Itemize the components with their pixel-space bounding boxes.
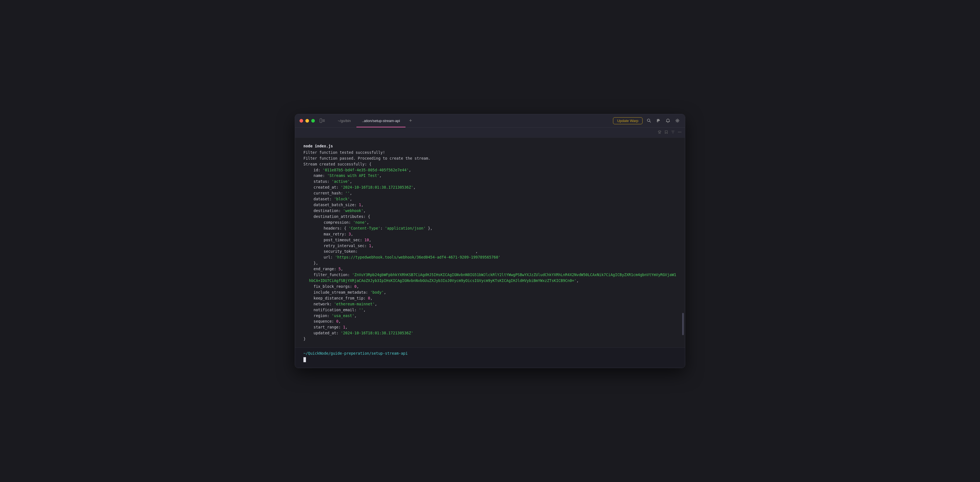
svg-point-8 — [677, 120, 678, 122]
bookmark-icon[interactable] — [664, 130, 668, 135]
output-filter-function: filter_function: 'ZnVuY3Rpb24gbWFpbhkYXR… — [304, 272, 676, 284]
svg-point-11 — [681, 132, 681, 132]
svg-rect-2 — [322, 121, 325, 121]
update-warp-button[interactable]: Update Warp — [613, 117, 643, 124]
output-id: id: '011e87b5-bd4f-4e35-805d-405f562e7e4… — [304, 167, 676, 173]
cursor — [304, 357, 306, 362]
tab-setup-stream-api[interactable]: ..ation/setup-stream-api — [356, 114, 406, 127]
output-security-token: security_token: , — [304, 249, 676, 254]
svg-rect-0 — [320, 119, 322, 122]
output-dest-close: }, — [304, 260, 676, 266]
scrollbar-thumb[interactable] — [682, 313, 684, 335]
cursor-line[interactable] — [304, 357, 676, 362]
terminal-output: node index.js Filter function tested suc… — [295, 138, 685, 347]
sidebar-toggle-icon[interactable] — [319, 117, 325, 124]
scroll-area[interactable]: node index.js Filter function tested suc… — [295, 138, 685, 347]
prompt-path: ~/QuickNode/guide-preperation/setup-stre… — [304, 351, 676, 355]
output-line-2: Filter function passed. Proceeding to cr… — [304, 155, 676, 161]
output-line-1: Filter function tested successfully! — [304, 150, 676, 155]
output-keep-distance: keep_distance_from_tip: 0, — [304, 295, 676, 301]
output-start-range: start_range: 1, — [304, 324, 676, 330]
scrollbar-track[interactable] — [682, 139, 684, 346]
svg-point-10 — [679, 132, 680, 132]
svg-rect-7 — [659, 121, 660, 121]
output-headers: headers: { 'Content-Type': 'application/… — [304, 225, 676, 231]
terminal-window: ~/go/bin ..ation/setup-stream-api + Upda… — [295, 114, 685, 368]
secondary-toolbar — [295, 128, 685, 138]
title-bar-actions: Update Warp — [613, 117, 681, 124]
output-updated-at: updated_at: '2024-10-16T18:01:38.1721305… — [304, 330, 676, 336]
output-dest-attrs: destination_attributes: { — [304, 214, 676, 220]
pin-icon[interactable] — [658, 130, 662, 135]
output-destination: destination: 'webhook', — [304, 208, 676, 214]
minimize-button[interactable] — [305, 119, 309, 122]
title-bar: ~/go/bin ..ation/setup-stream-api + Upda… — [295, 114, 685, 128]
output-created-at: created_at: '2024-10-16T18:01:38.1721305… — [304, 184, 676, 190]
svg-line-5 — [649, 121, 651, 122]
svg-rect-1 — [322, 119, 325, 120]
output-end-range: end_range: 5, — [304, 266, 676, 272]
output-line-3: Stream created successfully: { — [304, 161, 676, 167]
svg-point-9 — [678, 132, 679, 132]
close-button[interactable] — [299, 119, 303, 122]
output-max-retry: max_retry: 3, — [304, 231, 676, 237]
output-name: name: 'Streams with API Test', — [304, 173, 676, 179]
output-current-hash: current_hash: '', — [304, 190, 676, 196]
command-icon[interactable] — [655, 117, 662, 124]
output-dataset: dataset: 'block', — [304, 196, 676, 202]
output-network: network: 'ethereum-mainnet', — [304, 301, 676, 307]
traffic-lights — [299, 119, 315, 122]
svg-rect-6 — [657, 121, 658, 121]
settings-icon[interactable] — [675, 117, 681, 124]
output-url: url: 'https://typedwebhook.tools/webhook… — [304, 254, 676, 260]
svg-rect-3 — [322, 122, 325, 122]
output-fix-block-reorgs: fix_block_reorgs: 0, — [304, 284, 676, 290]
output-sequence: sequence: 0, — [304, 319, 676, 324]
prompt-section: ~/QuickNode/guide-preperation/setup-stre… — [295, 347, 685, 368]
tabs: ~/go/bin ..ation/setup-stream-api + — [332, 114, 613, 127]
more-options-icon[interactable] — [678, 130, 682, 135]
output-close-brace: } — [304, 336, 676, 342]
tab-go-bin[interactable]: ~/go/bin — [332, 114, 356, 127]
output-include-stream-metadata: include_stream_metadata: 'body', — [304, 290, 676, 295]
output-region: region: 'usa_east', — [304, 313, 676, 319]
command-line: node index.js — [304, 143, 676, 149]
output-status: status: 'active', — [304, 179, 676, 184]
search-icon[interactable] — [646, 117, 652, 124]
output-compression: compression: 'none', — [304, 220, 676, 225]
output-retry-interval: retry_interval_sec: 1, — [304, 243, 676, 249]
notification-icon[interactable] — [665, 117, 671, 124]
filter-icon[interactable] — [671, 130, 675, 135]
maximize-button[interactable] — [311, 119, 315, 122]
output-notification-email: notification_email: '', — [304, 307, 676, 313]
output-dataset-batch-size: dataset_batch_size: 1, — [304, 202, 676, 208]
add-tab-button[interactable]: + — [407, 117, 414, 125]
output-post-timeout: post_timeout_sec: 10, — [304, 237, 676, 243]
